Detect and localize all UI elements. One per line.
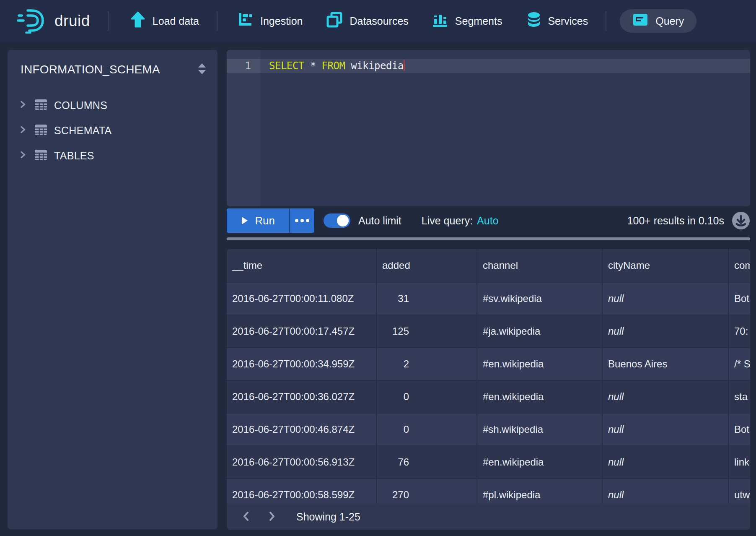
chevron-right-icon: [267, 511, 277, 523]
prev-page-button[interactable]: [238, 507, 254, 526]
query-console-icon: [632, 12, 648, 30]
schema-header: INFORMATION_SCHEMA: [8, 61, 217, 78]
cell-time[interactable]: 2016-06-27T00:00:36.027Z: [227, 381, 377, 414]
ellipsis-icon: [306, 219, 309, 222]
cell-channel[interactable]: #pl.wikipedia: [477, 479, 603, 504]
live-query-value[interactable]: Auto: [477, 215, 498, 227]
cell-cityname[interactable]: Buenos Aires: [603, 348, 729, 381]
query-workbench: 1 SELECT * FROM wikipedia Run Auto limit…: [227, 50, 750, 529]
cell-channel[interactable]: #sv.wikipedia: [477, 283, 603, 315]
cell-added[interactable]: 2: [377, 348, 477, 381]
sql-code-line[interactable]: SELECT * FROM wikipedia: [269, 59, 405, 73]
brand-name: druid: [54, 12, 90, 30]
cell-channel[interactable]: #en.wikipedia: [477, 446, 603, 479]
results-summary: 100+ results in 0.10s: [627, 215, 724, 227]
nav-item-load-data[interactable]: Load data: [130, 11, 199, 31]
database-icon: [527, 12, 541, 30]
bar-chart-icon: [432, 12, 448, 30]
cell-cityname[interactable]: null: [603, 381, 729, 414]
ellipsis-icon: [295, 219, 298, 222]
run-toolbar: Run Auto limit Live query: Auto 100+ res…: [227, 208, 750, 233]
horizontal-scrollbar[interactable]: [227, 237, 750, 240]
ingestion-chart-icon: [238, 12, 253, 30]
more-options-button[interactable]: [289, 208, 314, 233]
chevron-right-icon[interactable]: [18, 125, 27, 135]
nav-item-ingestion[interactable]: Ingestion: [238, 12, 303, 30]
cell-cityname[interactable]: null: [603, 315, 729, 348]
column-header-cityname[interactable]: cityName: [603, 249, 729, 283]
cell-time[interactable]: 2016-06-27T00:00:56.913Z: [227, 446, 377, 479]
sql-keyword: FROM: [322, 60, 345, 72]
cell-comment[interactable]: /* S: [729, 348, 750, 381]
sql-editor[interactable]: 1 SELECT * FROM wikipedia: [227, 50, 750, 206]
line-number: 1: [227, 59, 260, 73]
cell-time[interactable]: 2016-06-27T00:00:17.457Z: [227, 315, 377, 348]
cell-channel[interactable]: #en.wikipedia: [477, 348, 603, 381]
toggle-knob: [337, 215, 349, 226]
cell-time[interactable]: 2016-06-27T00:00:46.874Z: [227, 414, 377, 446]
cell-added[interactable]: 0: [377, 414, 477, 446]
table-grid-icon: [34, 98, 47, 113]
cell-added[interactable]: 270: [377, 479, 477, 504]
column-header-added[interactable]: added: [377, 249, 477, 283]
nav-item-datasources[interactable]: Datasources: [326, 12, 408, 30]
cell-channel[interactable]: #sh.wikipedia: [477, 414, 603, 446]
nav-divider: [606, 11, 606, 31]
druid-logo-icon: [17, 7, 45, 35]
tree-item-columns[interactable]: COLUMNS: [8, 93, 217, 118]
cell-comment[interactable]: sta: [729, 381, 750, 414]
cell-cityname[interactable]: null: [603, 414, 729, 446]
auto-limit-label: Auto limit: [358, 215, 401, 227]
table-grid-icon: [34, 123, 47, 138]
cell-time[interactable]: 2016-06-27T00:00:58.599Z: [227, 479, 377, 504]
table-row: 2016-06-27T00:00:34.959Z 2 #en.wikipedia…: [227, 348, 750, 381]
play-icon: [241, 216, 248, 225]
showing-range-label: Showing 1-25: [296, 511, 360, 523]
nav-item-services[interactable]: Services: [527, 12, 588, 30]
cell-comment[interactable]: utw: [729, 479, 750, 504]
sql-table-name: wikipedia: [351, 60, 404, 72]
tree-item-schemata[interactable]: SCHEMATA: [8, 118, 217, 143]
schema-sidebar: INFORMATION_SCHEMA: [8, 50, 217, 529]
column-header-channel[interactable]: channel: [477, 249, 603, 283]
cell-cityname[interactable]: null: [603, 283, 729, 315]
cell-comment[interactable]: link: [729, 446, 750, 479]
editor-gutter: [227, 50, 260, 206]
cell-cityname[interactable]: null: [603, 479, 729, 504]
cell-added[interactable]: 0: [377, 381, 477, 414]
druid-logo[interactable]: druid: [17, 7, 90, 35]
cell-comment[interactable]: 70:: [729, 315, 750, 348]
cell-added[interactable]: 125: [377, 315, 477, 348]
text-cursor: [404, 60, 405, 71]
pagination-bar: Showing 1-25: [227, 504, 750, 530]
cell-time[interactable]: 2016-06-27T00:00:11.080Z: [227, 283, 377, 315]
table-row: 2016-06-27T00:00:17.457Z 125 #ja.wikiped…: [227, 315, 750, 348]
cell-channel[interactable]: #en.wikipedia: [477, 381, 603, 414]
table-row: 2016-06-27T00:00:11.080Z 31 #sv.wikipedi…: [227, 283, 750, 315]
next-page-button[interactable]: [264, 507, 280, 526]
results-table: __time added channel cityName comment 20…: [227, 249, 750, 504]
cell-time[interactable]: 2016-06-27T00:00:34.959Z: [227, 348, 377, 381]
nav-item-query-active[interactable]: Query: [620, 9, 696, 33]
download-icon[interactable]: [732, 211, 750, 230]
live-query-label: Live query:: [422, 215, 473, 227]
double-caret-sort-icon[interactable]: [197, 63, 207, 76]
cell-added[interactable]: 76: [377, 446, 477, 479]
column-header-time[interactable]: __time: [227, 249, 377, 283]
table-row: 2016-06-27T00:00:36.027Z 0 #en.wikipedia…: [227, 381, 750, 414]
cell-comment[interactable]: Bot: [729, 414, 750, 446]
cell-channel[interactable]: #ja.wikipedia: [477, 315, 603, 348]
auto-limit-toggle[interactable]: [324, 213, 350, 228]
tree-item-tables[interactable]: TABLES: [8, 143, 217, 168]
nav-item-segments[interactable]: Segments: [432, 12, 502, 30]
chevron-right-icon[interactable]: [18, 100, 27, 110]
column-header-comment[interactable]: comment: [729, 249, 750, 283]
run-button[interactable]: Run: [227, 208, 289, 233]
table-header-row: __time added channel cityName comment: [227, 249, 750, 283]
schema-title: INFORMATION_SCHEMA: [21, 63, 160, 76]
cell-added[interactable]: 31: [377, 283, 477, 315]
cell-comment[interactable]: Bot: [729, 283, 750, 315]
cell-cityname[interactable]: null: [603, 446, 729, 479]
chevron-right-icon[interactable]: [18, 151, 27, 161]
ellipsis-icon: [300, 219, 304, 222]
